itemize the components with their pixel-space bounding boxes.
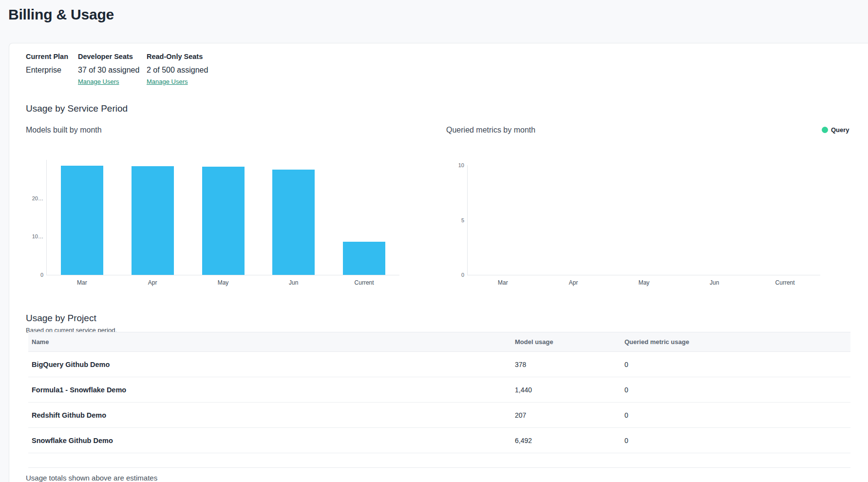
table-row: BigQuery Github Demo3780 <box>28 352 850 377</box>
developer-seats-value: 37 of 30 assigned <box>78 65 139 75</box>
legend-item-query[interactable]: Query <box>822 126 849 134</box>
table-empty-row <box>28 453 850 468</box>
queried-metric-usage-cell: 0 <box>621 361 850 368</box>
table-row: Redshift Github Demo2070 <box>28 403 850 428</box>
chart-legend: Query <box>822 126 849 134</box>
x-axis-label: Mar <box>498 279 508 286</box>
x-axis-label: Apr <box>148 279 157 286</box>
model-usage-cell: 6,492 <box>511 437 621 444</box>
page-title: Billing & Usage <box>8 6 114 23</box>
x-axis-label: Current <box>775 279 795 286</box>
column-header-model-usage: Model usage <box>511 338 621 346</box>
models-built-chart: 010…20…MarAprMayJunCurrent <box>46 160 399 275</box>
project-name-cell: BigQuery Github Demo <box>28 361 511 368</box>
developer-seats-column: Developer Seats 37 of 30 assigned Manage… <box>78 52 147 86</box>
current-plan-label: Current Plan <box>26 52 68 61</box>
legend-label: Query <box>831 126 849 134</box>
y-axis-tick: 10… <box>32 233 43 240</box>
manage-users-link-developer[interactable]: Manage Users <box>78 78 119 86</box>
project-name-cell: Redshift Github Demo <box>28 411 511 419</box>
bar-current <box>343 242 385 275</box>
y-axis-tick: 20… <box>32 195 43 202</box>
model-usage-cell: 378 <box>511 361 621 368</box>
readonly-seats-label: Read-Only Seats <box>147 52 203 61</box>
bar-apr <box>132 166 174 275</box>
manage-users-link-readonly[interactable]: Manage Users <box>147 78 188 86</box>
table-row: Formula1 - Snowflake Demo1,4400 <box>28 377 850 403</box>
column-header-queried-metric-usage: Queried metric usage <box>621 338 850 346</box>
usage-estimates-footnote: Usage totals shown above are estimates <box>26 473 157 482</box>
project-name-cell: Formula1 - Snowflake Demo <box>28 386 511 394</box>
plan-panel: Current Plan Enterprise Developer Seats … <box>26 52 208 86</box>
developer-seats-label: Developer Seats <box>78 52 133 61</box>
bar-mar <box>61 166 103 275</box>
x-axis-label: Mar <box>77 279 87 286</box>
model-usage-cell: 207 <box>511 411 621 419</box>
bar-may <box>202 167 245 275</box>
queried-metric-usage-cell: 0 <box>621 411 850 419</box>
table-row: Snowflake Github Demo6,4920 <box>28 428 850 453</box>
queried-metric-usage-cell: 0 <box>621 437 850 444</box>
project-name-cell: Snowflake Github Demo <box>28 437 511 444</box>
x-axis-label: Jun <box>710 279 719 286</box>
x-axis-label: May <box>218 279 229 286</box>
billing-usage-page: Billing & Usage Current Plan Enterprise … <box>0 0 868 482</box>
bar-jun <box>272 170 315 275</box>
x-axis-label: May <box>639 279 650 286</box>
x-axis-label: Apr <box>569 279 578 286</box>
legend-dot-icon <box>822 127 828 133</box>
usage-by-project-title: Usage by Project <box>26 312 96 324</box>
table-header-row: NameModel usageQueried metric usage <box>28 332 850 352</box>
usage-by-service-period-title: Usage by Service Period <box>26 103 128 115</box>
readonly-seats-column: Read-Only Seats 2 of 500 assigned Manage… <box>147 52 208 86</box>
current-plan-column: Current Plan Enterprise <box>26 52 78 86</box>
models-built-chart-title: Models built by month <box>26 125 102 135</box>
y-axis-tick: 0 <box>461 271 464 278</box>
model-usage-cell: 1,440 <box>511 386 621 394</box>
column-header-name: Name <box>28 338 511 346</box>
y-axis-tick: 10 <box>458 162 464 169</box>
current-plan-value: Enterprise <box>26 65 61 75</box>
queried-metrics-chart: 0510MarAprMayJunCurrent <box>467 165 820 275</box>
x-axis-label: Jun <box>289 279 298 286</box>
y-axis-tick: 0 <box>40 271 43 278</box>
queried-metric-usage-cell: 0 <box>621 386 850 394</box>
y-axis-tick: 5 <box>461 217 464 224</box>
billing-card: Current Plan Enterprise Developer Seats … <box>9 43 868 482</box>
usage-by-project-table: NameModel usageQueried metric usage BigQ… <box>28 332 850 468</box>
readonly-seats-value: 2 of 500 assigned <box>147 65 208 75</box>
x-axis-label: Current <box>355 279 374 286</box>
queried-metrics-chart-title: Queried metrics by month <box>446 125 535 135</box>
